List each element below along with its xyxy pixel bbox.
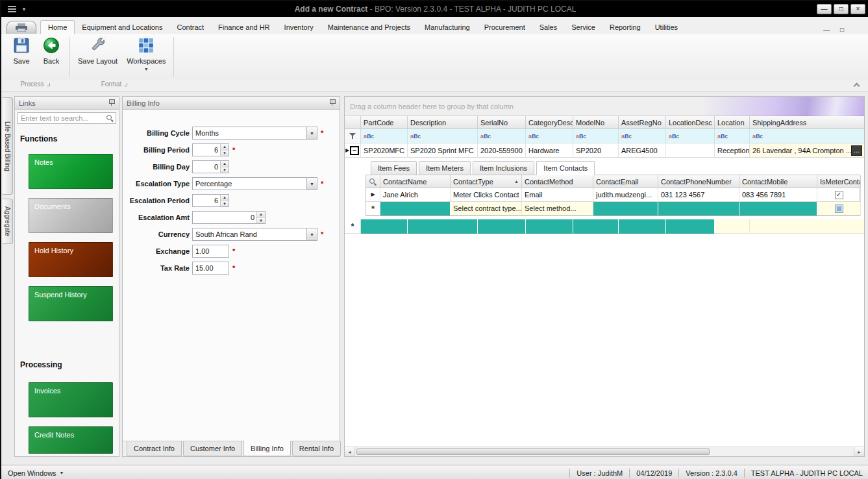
cell-serialno[interactable]: 2020-559900 <box>478 143 526 158</box>
tax-rate-field[interactable]: 15.00 <box>192 262 229 275</box>
new-cell-assetregno[interactable] <box>619 219 666 234</box>
app-logo[interactable] <box>6 21 36 34</box>
currency-combo[interactable]: South African Rand ▼ <box>192 228 317 241</box>
titlebar-dropdown-icon[interactable]: ▼ <box>21 6 27 12</box>
hold-history-button[interactable]: Hold History <box>29 242 113 277</box>
spin-down-icon[interactable]: ▼ <box>257 218 265 224</box>
cell-assetregno[interactable]: AREG4500 <box>619 143 666 158</box>
mdi-restore-button[interactable]: □ <box>837 25 847 34</box>
spin-up-icon[interactable]: ▲ <box>257 212 265 218</box>
billing-day-stepper[interactable]: 0 ▲▼ <box>192 160 229 173</box>
cell-modelno[interactable]: SP2020 <box>573 143 619 158</box>
new-cell-locationdesc[interactable] <box>666 219 715 234</box>
scroll-left-icon[interactable]: ◄ <box>345 447 355 456</box>
suspend-history-button[interactable]: Suspend History <box>29 286 113 321</box>
maximize-button[interactable]: □ <box>834 4 849 14</box>
back-button[interactable]: Back <box>36 34 66 80</box>
new-cell-location[interactable] <box>715 219 750 234</box>
new-cell-modelno[interactable] <box>573 219 619 234</box>
column-header-partcode[interactable]: PartCode <box>361 116 408 129</box>
tab-item-meters[interactable]: Item Meters <box>419 161 471 175</box>
column-header-description[interactable]: Description <box>408 116 478 129</box>
side-tab-life-based-billing[interactable]: Life Based Billing <box>3 97 13 195</box>
filter-cell-categorydesc[interactable]: aBc <box>526 129 573 143</box>
group-launcher-icon[interactable] <box>124 83 127 86</box>
checkbox-checked[interactable]: ✓ <box>835 191 843 199</box>
credit-notes-button[interactable]: Credit Notes <box>29 426 113 454</box>
filter-cell-assetregno[interactable]: aBc <box>619 129 666 143</box>
scrollbar-thumb[interactable] <box>356 448 710 455</box>
cell-ismetercontact[interactable]: ✓ <box>817 188 861 202</box>
cell-partcode[interactable]: SP2020MFC <box>361 143 408 158</box>
column-header-ismetercontact[interactable]: IsMeterContact <box>817 175 861 188</box>
cell-categorydesc[interactable]: Hardware <box>526 143 573 158</box>
new-cell-ismetercontact[interactable] <box>817 202 861 215</box>
filter-cell-serialno[interactable]: aBc <box>478 129 526 143</box>
new-cell-shippingaddress[interactable] <box>750 219 865 234</box>
ribbon-collapse-icon[interactable] <box>853 82 860 89</box>
column-header-serialno[interactable]: SerialNo <box>478 116 526 129</box>
column-header-contactmobile[interactable]: ContactMobile <box>739 175 817 188</box>
filter-funnel-icon[interactable] <box>349 132 356 140</box>
spin-down-icon[interactable]: ▼ <box>221 201 229 207</box>
new-cell-partcode[interactable] <box>361 219 408 234</box>
filter-cell-location[interactable]: aBc <box>715 129 750 143</box>
new-cell-categorydesc[interactable] <box>526 219 573 234</box>
new-item-row[interactable]: * <box>345 219 865 234</box>
new-contact-row[interactable]: * Select contract type... Select method.… <box>366 202 860 215</box>
escalation-period-stepper[interactable]: 6 ▲▼ <box>192 194 229 207</box>
cell-contactemail[interactable]: judith.mudzengi... <box>593 188 658 202</box>
column-header-contactphonenumber[interactable]: ContactPhoneNumber <box>658 175 739 188</box>
tab-billing-info[interactable]: Billing Info <box>243 441 291 456</box>
mdi-minimize-button[interactable]: — <box>821 25 832 34</box>
ribbon-tab-procurement[interactable]: Procurement <box>477 21 532 34</box>
tab-item-inclusions[interactable]: Item Inclusions <box>473 161 534 175</box>
spin-down-icon[interactable]: ▼ <box>221 151 229 156</box>
filter-cell-partcode[interactable]: aBc <box>361 129 408 143</box>
spin-up-icon[interactable]: ▲ <box>221 195 229 201</box>
ribbon-tab-contract[interactable]: Contract <box>170 21 212 34</box>
save-button[interactable]: Save <box>6 34 36 80</box>
column-header-categorydesc[interactable]: CategoryDesc <box>526 116 573 129</box>
table-row[interactable]: ▶ − SP2020MFC SP2020 Sprint MFC 2020-559… <box>345 143 865 158</box>
chevron-down-icon[interactable]: ▼ <box>306 228 317 240</box>
exchange-field[interactable]: 1.00 <box>192 245 229 258</box>
search-icon[interactable] <box>106 114 114 122</box>
collapse-detail-button[interactable]: − <box>350 146 359 155</box>
table-row[interactable]: ▶ Jane Alrich Meter Clicks Contact Email… <box>366 188 860 202</box>
escalation-type-combo[interactable]: Percentage ▼ <box>192 177 317 190</box>
minimize-button[interactable]: — <box>817 4 832 14</box>
search-input[interactable] <box>18 114 106 122</box>
filter-cell-modelno[interactable]: aBc <box>573 129 619 143</box>
spin-up-icon[interactable]: ▲ <box>221 144 229 151</box>
search-icon[interactable] <box>369 178 377 186</box>
filter-cell-locationdesc[interactable]: aBc <box>666 129 715 143</box>
tab-customer-info[interactable]: Customer Info <box>183 441 242 456</box>
cell-contacttype[interactable]: Meter Clicks Contact <box>451 188 522 202</box>
ribbon-tab-inventory[interactable]: Inventory <box>277 21 321 34</box>
escalation-amt-stepper[interactable]: 0 ▲▼ <box>192 211 266 224</box>
billing-cycle-combo[interactable]: Months ▼ <box>192 127 317 140</box>
column-header-contacttype[interactable]: ContactType▲ <box>451 175 522 188</box>
ribbon-tab-manufacturing[interactable]: Manufacturing <box>417 21 477 34</box>
new-cell-contacttype[interactable]: Select contract type... <box>451 202 522 215</box>
pin-icon[interactable] <box>109 99 115 106</box>
save-layout-button[interactable]: Save Layout <box>73 34 122 80</box>
column-header-contactemail[interactable]: ContactEmail <box>593 175 658 188</box>
ribbon-tab-home[interactable]: Home <box>40 20 75 34</box>
new-cell-serialno[interactable] <box>478 219 526 234</box>
tab-contract-info[interactable]: Contract Info <box>127 441 182 456</box>
side-tab-aggregate[interactable]: Aggregate <box>3 199 13 244</box>
group-launcher-icon[interactable] <box>47 83 50 86</box>
new-cell-description[interactable] <box>408 219 478 234</box>
column-header-contactname[interactable]: ContactName <box>380 175 451 188</box>
pin-icon[interactable] <box>330 99 336 106</box>
cell-contactname[interactable]: Jane Alrich <box>380 188 451 202</box>
ribbon-tab-equipment-and-locations[interactable]: Equipment and Locations <box>75 21 169 34</box>
column-header-modelno[interactable]: ModelNo <box>573 116 619 129</box>
ribbon-tab-reporting[interactable]: Reporting <box>602 21 648 34</box>
column-header-assetregno[interactable]: AssetRegNo <box>619 116 666 129</box>
app-menu-icon[interactable] <box>8 6 16 12</box>
cell-locationdesc[interactable] <box>666 143 715 158</box>
chevron-down-icon[interactable]: ▼ <box>306 178 317 190</box>
